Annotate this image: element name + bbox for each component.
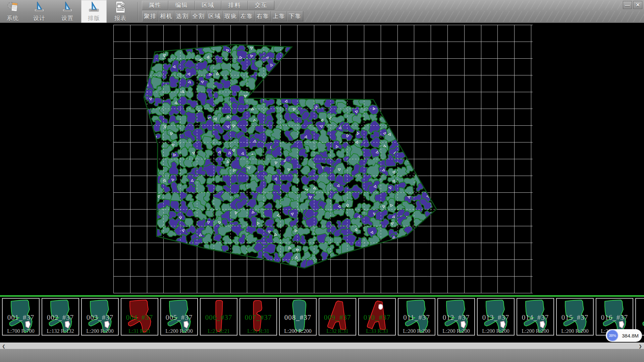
menu-button-row2-9-label: 下靠 xyxy=(289,12,302,20)
tab-nesting[interactable]: 排版 xyxy=(81,0,107,23)
pattern-thumbnail-strip: 001_#37L:700 R:700002_#37L:132 R:132003_… xyxy=(0,297,644,343)
nesting-workspace-canvas[interactable] xyxy=(0,23,644,295)
tab-nesting-label: 排版 xyxy=(88,14,100,22)
menu-button-row2-8[interactable]: 上靠 xyxy=(271,11,287,21)
menu-button-row2-4[interactable]: 区域 xyxy=(207,11,223,21)
thumbnail-lr-count-label: L:200 R:200 xyxy=(161,328,197,334)
thumbnail-name-label: 015_#37 xyxy=(557,313,593,322)
nesting-ruler-icon xyxy=(87,0,101,14)
menu-button-row1-3[interactable]: 排料 xyxy=(221,1,248,10)
thumbnail-lr-count-label: L:132 R:132 xyxy=(42,328,78,334)
menu-button-row1-2-label: 区域 xyxy=(202,1,215,9)
menu-button-row1-3-label: 排料 xyxy=(228,1,241,9)
thumbnail-cell[interactable]: 007_#37L:31 R:31 xyxy=(239,298,277,336)
menu-button-row1-0[interactable]: 属性 xyxy=(142,1,168,10)
tab-design[interactable]: 设计 xyxy=(26,0,52,23)
scroll-left-arrow-icon[interactable]: ❮ xyxy=(0,343,7,349)
thumbnail-lr-count-label: L:31 R:31 xyxy=(240,328,276,334)
app-window: { "window": { "minimize_glyph": "—", "cl… xyxy=(0,0,644,362)
thumbnail-lr-count-label: L:21 R:21 xyxy=(201,328,237,334)
thumbnail-cell[interactable]: 009_#37L:32 R:31 xyxy=(319,298,356,336)
menu-button-row2-2[interactable]: 选割 xyxy=(174,11,191,21)
thumbnail-name-label: 013_#37 xyxy=(478,313,514,322)
thumbnail-lr-count-label: L:200 R:200 xyxy=(398,328,435,334)
report-document-icon xyxy=(114,0,127,14)
menu-button-row2-6[interactable]: 左靠 xyxy=(239,11,255,21)
menu-button-row2-9[interactable]: 下靠 xyxy=(287,11,303,21)
menu-button-row2-2-label: 选割 xyxy=(176,12,189,20)
thumbnail-name-label: 011_#37 xyxy=(398,313,435,322)
tab-system-label: 系统 xyxy=(7,14,19,22)
status-bar xyxy=(0,349,644,362)
menu-button-row1-0-label: 属性 xyxy=(149,1,162,9)
thumbnail-name-label: 004_#37 xyxy=(121,313,158,322)
tab-settings[interactable]: 设置 xyxy=(55,0,80,23)
tab-design-label: 设计 xyxy=(33,14,45,22)
tab-system[interactable]: 系统 xyxy=(0,0,25,23)
thumbnail-name-label: 008_#37 xyxy=(280,313,316,322)
thumbnail-cell[interactable]: 014_#37L:200 R:200 xyxy=(517,298,554,336)
menu-button-row2-1-label: 相机 xyxy=(160,12,173,20)
menu-button-row2-7[interactable]: 右靠 xyxy=(255,11,271,21)
thumbnail-lr-count-label: L:32 R:31 xyxy=(319,328,356,334)
menu-button-row2-0-label: 聚排 xyxy=(144,12,157,20)
memory-percent-label: 38% xyxy=(609,334,616,338)
menu-button-row2-1[interactable]: 相机 xyxy=(158,11,174,21)
menu-button-row2-8-label: 上靠 xyxy=(273,12,285,20)
thumbnail-cell[interactable]: 002_#37L:132 R:132 xyxy=(42,298,79,336)
close-icon: ✕ xyxy=(636,2,640,8)
thumbnail-cell[interactable]: 010_#37L:33 R:33 xyxy=(358,298,396,336)
thumbnail-name-label: 002_#37 xyxy=(42,313,78,322)
thumbnail-name-label: 003_#37 xyxy=(82,313,118,322)
thumbnail-lr-count-label: L:200 R:200 xyxy=(82,328,118,334)
tab-report-label: 报表 xyxy=(114,14,126,22)
thumbnail-cell[interactable]: 013_#37L:200 R:200 xyxy=(477,298,515,336)
memory-size-label: 384.8M xyxy=(620,329,641,342)
toolbar-hatch-row2 xyxy=(305,11,644,22)
scroll-right-arrow-icon[interactable]: ❯ xyxy=(637,343,644,349)
thumbnail-cell[interactable]: 001_#37L:700 R:700 xyxy=(2,298,40,336)
menu-button-row2-3-label: 全割 xyxy=(192,12,205,20)
menu-button-row1-2[interactable]: 区域 xyxy=(195,1,221,10)
menu-button-row2-0[interactable]: 聚排 xyxy=(142,11,158,21)
thumbnail-name-label: 006_#37 xyxy=(201,313,237,322)
thumbnail-name-label: 007_#37 xyxy=(240,313,276,322)
thumbnail-lr-count-label: L:200 R:200 xyxy=(517,328,553,334)
thumbnail-cell[interactable]: 005_#37L:200 R:200 xyxy=(160,298,198,336)
thumbnail-cell[interactable]: 008_#37L:200 R:200 xyxy=(279,298,317,336)
thumbnail-cell[interactable]: 012_#37L:200 R:200 xyxy=(437,298,475,336)
thumbnail-name-label: 005_#37 xyxy=(161,313,197,322)
menu-button-row2-4-label: 区域 xyxy=(208,12,221,20)
toolbar-divider xyxy=(138,2,138,21)
thumbnail-name-label: 010_#37 xyxy=(359,313,395,322)
close-button[interactable]: ✕ xyxy=(633,1,642,9)
menu-button-row1-1[interactable]: 编辑 xyxy=(168,1,195,10)
thumbnail-name-label: 001_#37 xyxy=(3,313,39,322)
system-gear-icon xyxy=(6,0,19,14)
thumbnail-name-label: 009_#37 xyxy=(319,313,356,322)
thumbnail-cell[interactable]: 004_#37L:31 R:31 xyxy=(121,298,158,336)
menu-button-row2-6-label: 左靠 xyxy=(240,12,253,20)
thumbnail-cell[interactable]: 015_#37L:200 R:200 xyxy=(556,298,594,336)
thumbnail-lr-count-label: L:33 R:33 xyxy=(359,328,395,334)
thumbnail-cell[interactable]: 006_#37L:21 R:21 xyxy=(200,298,237,336)
minimize-button[interactable]: — xyxy=(623,1,632,9)
menu-button-row2-5[interactable]: 瑕疵 xyxy=(223,11,239,21)
menu-button-row2-5-label: 瑕疵 xyxy=(224,12,237,20)
thumbnail-cell[interactable]: 003_#37L:200 R:200 xyxy=(81,298,119,336)
main-toolbar: 系统 设计 设置 排版 xyxy=(0,0,644,23)
thumbnail-lr-count-label: L:31 R:31 xyxy=(121,328,158,334)
thumbnail-lr-count-label: L:700 R:700 xyxy=(3,328,39,334)
tab-settings-label: 设置 xyxy=(61,14,73,22)
tab-report[interactable]: 报表 xyxy=(108,0,133,23)
thumbnail-name-label: 016_#37 xyxy=(596,313,633,322)
menu-button-row2-3[interactable]: 全割 xyxy=(191,11,207,21)
thumbnail-scrollbar[interactable]: ❮ ❯ xyxy=(0,343,644,349)
thumbnail-lr-count-label: L:200 R:200 xyxy=(438,328,474,334)
menu-button-row1-4[interactable]: 交互 xyxy=(248,1,274,10)
thumbnail-lr-count-label: L:200 R:200 xyxy=(478,328,514,334)
thumbnail-cell[interactable]: 011_#37L:200 R:200 xyxy=(398,298,435,336)
memory-usage-badge: 38% 384.8M xyxy=(606,329,642,342)
toolbar-hatch-row1 xyxy=(275,1,622,10)
thumbnail-lr-count-label: L:200 R:200 xyxy=(557,328,593,334)
